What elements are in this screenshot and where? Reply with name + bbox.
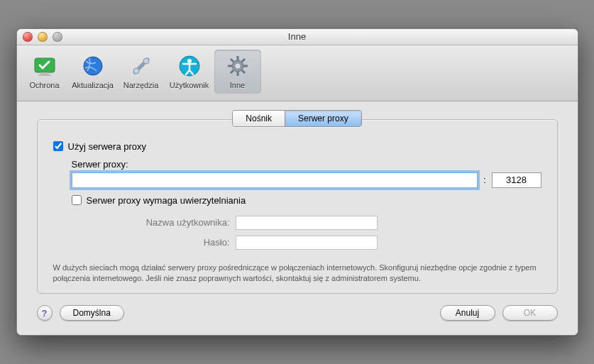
svg-line-14 bbox=[231, 59, 233, 62]
toolbar-label: Aktualizacja bbox=[72, 81, 114, 89]
username-input[interactable] bbox=[236, 216, 378, 230]
traffic-lights bbox=[23, 32, 62, 42]
toolbar-label: Narzędzia bbox=[123, 81, 159, 89]
svg-line-17 bbox=[231, 70, 233, 73]
toolbar-item-inne[interactable]: Inne bbox=[214, 50, 261, 94]
svg-line-16 bbox=[242, 59, 245, 62]
tab-nosnik[interactable]: Nośnik bbox=[233, 111, 285, 126]
titlebar: Inne bbox=[17, 29, 578, 45]
footer: ? Domyślna Anuluj OK bbox=[17, 294, 578, 324]
toolbar-label: Użytkownik bbox=[170, 81, 209, 89]
svg-rect-2 bbox=[38, 75, 51, 76]
tab-serwer-proxy[interactable]: Serwer proxy bbox=[285, 111, 361, 126]
svg-line-15 bbox=[242, 70, 245, 73]
preferences-window: Inne Ochrona bbox=[16, 28, 578, 336]
username-label: Nazwa użytkownika: bbox=[146, 217, 230, 228]
window-title: Inne bbox=[17, 31, 578, 42]
proxy-server-label: Serwer proxy: bbox=[72, 159, 541, 170]
toolbar-item-aktualizacja[interactable]: Aktualizacja bbox=[70, 50, 116, 94]
zoom-icon[interactable] bbox=[53, 32, 62, 42]
svg-point-5 bbox=[143, 58, 149, 64]
tab-bar: Nośnik Serwer proxy bbox=[17, 101, 578, 127]
toolbar: Ochrona Aktualizacja bbox=[17, 45, 578, 101]
toolbar-label: Ochrona bbox=[29, 81, 59, 89]
proxy-port-input[interactable] bbox=[492, 172, 541, 188]
password-label: Hasło: bbox=[204, 237, 230, 248]
toolbar-item-uzytkownik[interactable]: Użytkownik bbox=[166, 50, 213, 94]
svg-rect-1 bbox=[40, 72, 49, 75]
tools-icon bbox=[129, 54, 153, 78]
accessibility-icon bbox=[177, 54, 202, 78]
proxy-description: W dużych sieciach mogą działać serwery p… bbox=[53, 263, 541, 284]
proxy-server-input[interactable] bbox=[72, 172, 478, 188]
toolbar-label: Inne bbox=[230, 81, 245, 89]
close-icon[interactable] bbox=[23, 32, 33, 42]
proxy-auth-checkbox[interactable] bbox=[72, 195, 82, 205]
use-proxy-label: Użyj serwera proxy bbox=[68, 141, 147, 152]
minimize-icon[interactable] bbox=[38, 32, 48, 42]
proxy-group: Użyj serwera proxy Serwer proxy: : Serwe… bbox=[37, 119, 558, 294]
svg-point-6 bbox=[133, 68, 139, 74]
password-input[interactable] bbox=[236, 236, 378, 250]
shield-check-icon bbox=[33, 54, 57, 78]
proxy-auth-label: Serwer proxy wymaga uwierzytelniania bbox=[87, 195, 246, 206]
content-area: Nośnik Serwer proxy Użyj serwera proxy S… bbox=[17, 101, 578, 336]
gear-icon bbox=[226, 54, 250, 78]
toolbar-item-narzedzia[interactable]: Narzędzia bbox=[118, 50, 165, 94]
cancel-button[interactable]: Anuluj bbox=[440, 305, 495, 321]
toolbar-item-ochrona[interactable]: Ochrona bbox=[21, 50, 68, 94]
help-button[interactable]: ? bbox=[37, 305, 53, 321]
help-icon: ? bbox=[42, 308, 48, 319]
globe-icon bbox=[81, 54, 105, 78]
use-proxy-checkbox-row: Użyj serwera proxy bbox=[53, 141, 541, 152]
svg-point-18 bbox=[235, 63, 240, 68]
port-separator: : bbox=[483, 175, 486, 185]
svg-point-8 bbox=[187, 59, 192, 63]
use-proxy-checkbox[interactable] bbox=[53, 141, 63, 151]
ok-button[interactable]: OK bbox=[502, 305, 558, 321]
defaults-button[interactable]: Domyślna bbox=[60, 305, 124, 321]
